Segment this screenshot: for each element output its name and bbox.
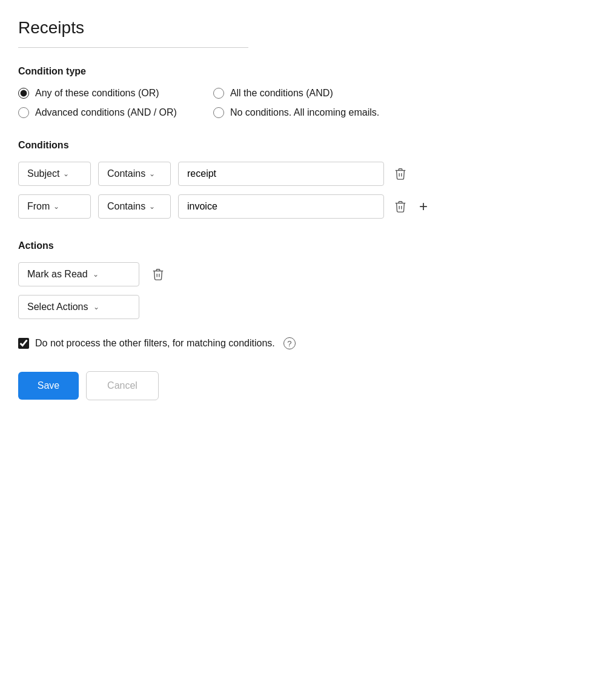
radio-item-advanced[interactable]: Advanced conditions (AND / OR) — [18, 107, 177, 118]
cancel-button[interactable]: Cancel — [86, 371, 159, 400]
field-select-1-chevron: ⌄ — [63, 170, 69, 178]
field-select-1[interactable]: Subject ⌄ — [18, 162, 91, 186]
delete-condition-2-button[interactable] — [391, 197, 409, 216]
radio-or[interactable] — [18, 88, 29, 99]
delete-action-1-button[interactable] — [149, 265, 167, 283]
operator-select-1-chevron: ⌄ — [149, 170, 155, 178]
add-condition-button[interactable]: + — [417, 199, 430, 214]
condition-type-options: Any of these conditions (OR) All the con… — [18, 88, 379, 118]
actions-label: Actions — [18, 240, 595, 251]
radio-item-and[interactable]: All the conditions (AND) — [213, 88, 379, 99]
title-divider — [18, 47, 248, 48]
operator-select-1[interactable]: Contains ⌄ — [98, 162, 171, 186]
condition-type-label: Condition type — [18, 66, 595, 77]
action-select-1-chevron: ⌄ — [93, 270, 99, 279]
operator-select-2-chevron: ⌄ — [149, 202, 155, 211]
radio-item-none[interactable]: No conditions. All incoming emails. — [213, 107, 379, 118]
action-select-1[interactable]: Mark as Read ⌄ — [18, 262, 139, 286]
value-input-1[interactable] — [178, 162, 384, 186]
condition-row-2: From ⌄ Contains ⌄ + — [18, 194, 595, 219]
value-input-2[interactable] — [178, 194, 384, 219]
field-select-1-value: Subject — [27, 168, 59, 179]
action-select-new-placeholder: Select Actions — [27, 302, 88, 312]
help-icon[interactable]: ? — [283, 337, 296, 349]
radio-none[interactable] — [213, 107, 224, 118]
page-title: Receipts — [18, 18, 595, 38]
radio-or-label: Any of these conditions (OR) — [35, 88, 159, 99]
conditions-section: Conditions Subject ⌄ Contains ⌄ From ⌄ — [18, 140, 595, 219]
no-other-filters-label[interactable]: Do not process the other filters, for ma… — [35, 338, 275, 349]
operator-select-1-value: Contains — [107, 168, 145, 179]
condition-row-1: Subject ⌄ Contains ⌄ — [18, 162, 595, 186]
checkbox-row: Do not process the other filters, for ma… — [18, 337, 595, 349]
button-row: Save Cancel — [18, 371, 595, 400]
no-other-filters-checkbox[interactable] — [18, 338, 29, 349]
field-select-2-value: From — [27, 201, 50, 212]
radio-advanced[interactable] — [18, 107, 29, 118]
actions-section: Actions Mark as Read ⌄ Select Actions ⌄ — [18, 240, 595, 319]
radio-and-label: All the conditions (AND) — [230, 88, 333, 99]
conditions-label: Conditions — [18, 140, 595, 151]
field-select-2[interactable]: From ⌄ — [18, 194, 91, 219]
action-select-1-value: Mark as Read — [27, 269, 88, 280]
action-select-new-chevron: ⌄ — [93, 303, 99, 311]
action-select-new[interactable]: Select Actions ⌄ — [18, 295, 139, 319]
action-row-1: Mark as Read ⌄ — [18, 262, 595, 286]
radio-advanced-label: Advanced conditions (AND / OR) — [35, 107, 177, 118]
operator-select-2-value: Contains — [107, 201, 145, 212]
operator-select-2[interactable]: Contains ⌄ — [98, 194, 171, 219]
radio-and[interactable] — [213, 88, 224, 99]
save-button[interactable]: Save — [18, 372, 79, 400]
delete-condition-1-button[interactable] — [391, 165, 409, 183]
condition-type-section: Condition type Any of these conditions (… — [18, 66, 595, 118]
radio-none-label: No conditions. All incoming emails. — [230, 107, 379, 118]
field-select-2-chevron: ⌄ — [53, 202, 59, 211]
action-row-new: Select Actions ⌄ — [18, 295, 595, 319]
radio-item-or[interactable]: Any of these conditions (OR) — [18, 88, 177, 99]
